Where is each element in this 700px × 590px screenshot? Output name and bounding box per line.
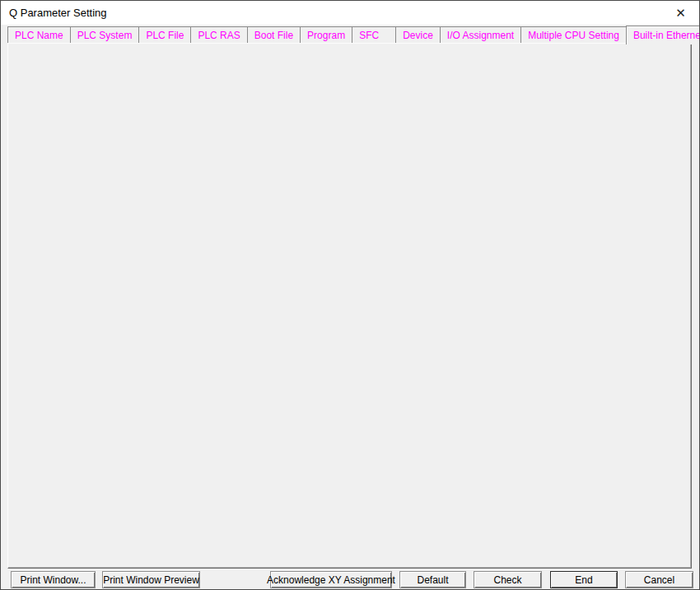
tab-io-assignment[interactable]: I/O Assignment: [440, 26, 521, 43]
acknowledge-xy-assignment-button[interactable]: Acknowledge XY Assignment: [270, 571, 392, 588]
tab-boot-file[interactable]: Boot File: [247, 26, 301, 43]
q-parameter-setting-dialog: Q Parameter Setting ✕ PLC Name PLC Syste…: [0, 0, 700, 590]
tab-plc-ras[interactable]: PLC RAS: [190, 26, 247, 43]
print-window-button[interactable]: Print Window...: [11, 571, 96, 588]
check-button[interactable]: Check: [474, 571, 542, 588]
close-icon[interactable]: ✕: [662, 1, 699, 25]
tab-device[interactable]: Device: [395, 26, 441, 43]
cancel-button[interactable]: Cancel: [625, 571, 693, 588]
default-button[interactable]: Default: [399, 571, 466, 588]
tab-multiple-cpu-setting[interactable]: Multiple CPU Setting: [520, 26, 627, 43]
tab-program[interactable]: Program: [300, 26, 352, 43]
print-window-preview-button[interactable]: Print Window Preview: [102, 571, 200, 588]
window-title: Q Parameter Setting: [9, 1, 107, 25]
tab-plc-file[interactable]: PLC File: [138, 26, 191, 43]
tab-plc-system[interactable]: PLC System: [70, 26, 140, 43]
tab-strip: PLC Name PLC System PLC File PLC RAS Boo…: [7, 26, 700, 45]
end-button[interactable]: End: [550, 571, 618, 588]
tab-built-in-ethernet-port-setting[interactable]: Built-in Ethernet Port Setting: [626, 26, 700, 44]
titlebar: Q Parameter Setting ✕: [1, 1, 699, 25]
tab-plc-name[interactable]: PLC Name: [7, 26, 71, 43]
tab-sfc[interactable]: SFC: [352, 26, 396, 43]
tab-page-built-in-ethernet: [7, 43, 692, 569]
